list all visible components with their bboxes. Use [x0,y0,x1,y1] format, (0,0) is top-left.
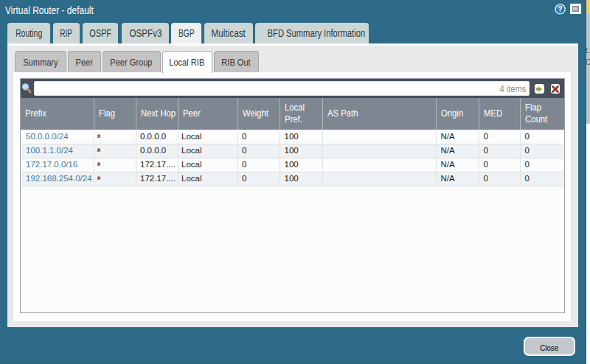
svg-text:?: ? [558,5,562,13]
